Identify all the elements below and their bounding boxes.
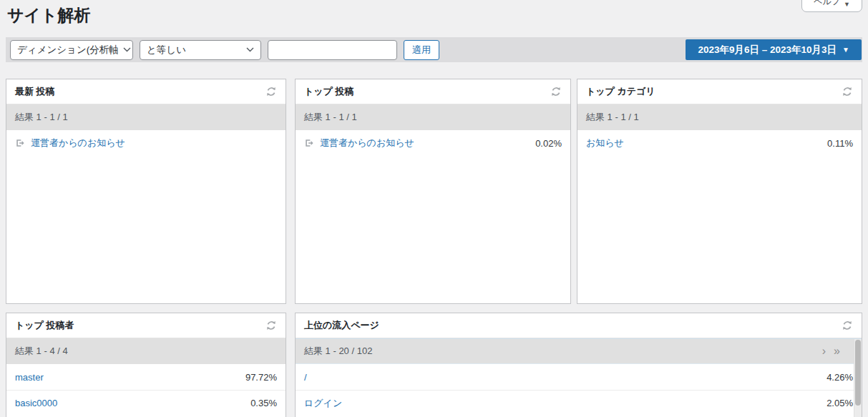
category-link[interactable]: お知らせ	[586, 137, 624, 149]
refresh-icon[interactable]	[265, 86, 277, 97]
apply-button[interactable]: 適用	[404, 40, 439, 60]
date-range-button[interactable]: 2023年9月6日 – 2023年10月3日 ▼	[686, 39, 862, 60]
panel-header: トップ 投稿者	[6, 313, 286, 338]
dimension-select-value: ディメンション(分析軸	[17, 44, 119, 57]
list-item: ログイン 2.05%	[296, 390, 862, 416]
results-count: 結果 1 - 1 / 1	[304, 111, 357, 124]
chevron-down-icon: ▼	[842, 46, 849, 54]
row-value: 97.72%	[245, 372, 277, 383]
row-value: 2.05%	[826, 398, 853, 408]
author-link[interactable]: basic0000	[15, 398, 57, 408]
refresh-icon[interactable]	[550, 86, 562, 97]
refresh-icon[interactable]	[842, 320, 853, 331]
panel-header: トップ 投稿	[296, 79, 570, 104]
list-item: お知らせ 0.11%	[577, 130, 862, 156]
list-item: master 97.72%	[6, 364, 286, 390]
results-count: 結果 1 - 1 / 1	[586, 111, 639, 124]
panel-title: 上位の流入ページ	[304, 319, 379, 332]
operator-select-value: と等しい	[147, 44, 186, 57]
scrollbar-thumb[interactable]	[855, 340, 861, 406]
panel-top-categories: トップ カテゴリ 結果 1 - 1 / 1 お知らせ 0.11%	[577, 79, 862, 304]
row-value: 0.02%	[535, 138, 562, 149]
results-bar: 結果 1 - 4 / 4	[6, 338, 286, 364]
filter-bar: ディメンション(分析軸 と等しい 適用 2023年9月6日 – 2023年10月…	[6, 37, 862, 62]
results-bar: 結果 1 - 20 / 102 › »	[296, 338, 862, 364]
chevron-down-icon: ▼	[844, 1, 850, 8]
author-link[interactable]: master	[15, 372, 44, 383]
panel-header: 上位の流入ページ	[296, 313, 862, 338]
operator-select[interactable]: と等しい	[140, 40, 261, 60]
page-title: サイト解析	[7, 4, 91, 26]
refresh-icon[interactable]	[842, 86, 853, 97]
results-count: 結果 1 - 4 / 4	[15, 345, 68, 358]
row-value: 4.26%	[826, 372, 853, 383]
results-count: 結果 1 - 20 / 102	[304, 345, 372, 358]
panel-title: トップ 投稿者	[15, 319, 74, 332]
scrollbar[interactable]	[854, 339, 862, 417]
external-link-icon[interactable]	[304, 138, 314, 148]
results-bar: 結果 1 - 1 / 1	[577, 104, 862, 130]
row-value: 0.35%	[250, 398, 277, 408]
panel-top-entry-pages: 上位の流入ページ 結果 1 - 20 / 102 › » / 4.26% ログイ…	[295, 313, 862, 417]
dimension-select[interactable]: ディメンション(分析軸	[10, 40, 133, 60]
help-button[interactable]: ヘルプ ▼	[801, 0, 862, 12]
entry-page-link[interactable]: /	[304, 372, 307, 383]
date-range-label: 2023年9月6日 – 2023年10月3日	[698, 44, 837, 57]
list-item: 運営者からのお知らせ	[6, 130, 286, 156]
panel-top-authors: トップ 投稿者 結果 1 - 4 / 4 master 97.72% basic…	[6, 313, 286, 417]
panel-title: トップ カテゴリ	[586, 85, 655, 98]
list-item: / 4.26%	[296, 364, 862, 390]
chevron-down-icon	[246, 47, 254, 52]
panel-latest-posts: 最新 投稿 結果 1 - 1 / 1 運営者からの	[6, 79, 286, 304]
pagination: › »	[822, 345, 853, 357]
row-value: 0.11%	[827, 138, 853, 149]
external-link-icon[interactable]	[15, 138, 25, 148]
results-bar: 結果 1 - 1 / 1	[296, 104, 570, 130]
panel-top-posts: トップ 投稿 結果 1 - 1 / 1 運営者から	[295, 79, 571, 304]
panel-header: 最新 投稿	[6, 79, 286, 104]
results-bar: 結果 1 - 1 / 1	[6, 104, 286, 130]
filter-value-input[interactable]	[268, 40, 397, 60]
refresh-icon[interactable]	[265, 320, 277, 331]
panel-title: 最新 投稿	[15, 85, 55, 98]
entry-page-link[interactable]: ログイン	[304, 397, 342, 410]
list-item: 運営者からのお知らせ 0.02%	[296, 130, 570, 156]
post-link[interactable]: 運営者からのお知らせ	[31, 137, 125, 149]
panel-title: トップ 投稿	[304, 85, 354, 98]
last-page-icon[interactable]: »	[834, 345, 840, 357]
chevron-down-icon	[123, 47, 131, 52]
list-item: basic0000 0.35%	[6, 390, 286, 416]
post-link[interactable]: 運営者からのお知らせ	[320, 137, 414, 149]
results-count: 結果 1 - 1 / 1	[15, 111, 68, 124]
panel-header: トップ カテゴリ	[577, 79, 862, 104]
next-page-icon[interactable]: ›	[822, 345, 826, 357]
help-button-label: ヘルプ	[814, 0, 840, 8]
